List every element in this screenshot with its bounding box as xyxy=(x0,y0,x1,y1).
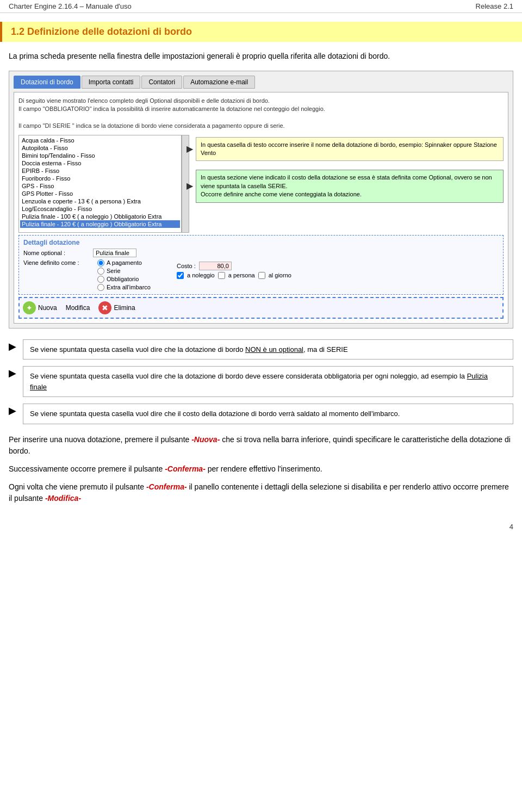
highlight-conferma-1: -Conferma- xyxy=(165,464,206,473)
list-item[interactable]: GPS Plotter - Fisso xyxy=(20,190,180,197)
tab-importa[interactable]: Importa contatti xyxy=(82,76,141,89)
cb-persona[interactable] xyxy=(218,272,225,279)
arrow-1: ▶ xyxy=(9,340,16,352)
intro-text: La prima scheda presente nella finestra … xyxy=(0,51,522,71)
panel-body: Di seguito viene mostrato l'elenco compl… xyxy=(14,92,508,324)
tabs-row: Dotazioni di bordo Importa contatti Cont… xyxy=(14,76,508,89)
list-item[interactable]: Lenzuola e coperte - 13 € ( a persona ) … xyxy=(20,197,180,205)
elimina-label: Elimina xyxy=(114,304,135,312)
radio-extra[interactable]: Extra all'imbarco xyxy=(97,284,151,291)
screenshot-container: Dotazioni di bordo Importa contatti Cont… xyxy=(9,71,513,328)
header-release: Release 2.1 xyxy=(476,2,513,10)
arrow-2: ▶ xyxy=(9,367,16,379)
callout-row-1: ▶ Se viene spuntata questa casella vuol … xyxy=(9,339,513,360)
section-title: Definizione delle dotazioni di bordo xyxy=(27,26,192,37)
radio-obbligatorio[interactable]: Obbligatorio xyxy=(97,276,151,283)
list-item[interactable]: Pulizia finale - 100 € ( a noleggio ) Ob… xyxy=(20,213,180,220)
equipment-list[interactable]: Acqua calda - Fisso Autopilota - Fisso B… xyxy=(18,135,182,233)
list-item[interactable]: Log/Ecoscandaglio - Fisso xyxy=(20,205,180,213)
nuova-icon: ✦ xyxy=(23,301,36,314)
cb-noleggio[interactable] xyxy=(177,272,184,279)
nome-value[interactable]: Pulizia finale xyxy=(93,249,136,257)
desc-line1: Di seguito viene mostrato l'elenco compl… xyxy=(18,97,504,105)
list-item[interactable]: Doccia esterna - Fisso xyxy=(20,159,180,167)
radio-extra-input[interactable] xyxy=(97,284,104,291)
highlight-conferma-2: -Conferma- xyxy=(146,482,187,491)
callout-row-2: ▶ Se viene spuntata questa casella vuol … xyxy=(9,366,513,397)
modifica-button[interactable]: Modifica xyxy=(66,304,90,312)
details-title: Dettagli dotazione xyxy=(23,239,499,246)
nome-label: Nome optional : xyxy=(23,250,89,256)
panel-description: Di seguito viene mostrato l'elenco compl… xyxy=(18,97,504,131)
list-item[interactable]: Acqua calda - Fisso xyxy=(20,137,180,144)
body-paragraph-3: Ogni volta che viene premuto il pulsante… xyxy=(0,478,522,507)
nome-row: Nome optional : Pulizia finale xyxy=(23,249,499,257)
details-section: Dettagli dotazione Nome optional : Puliz… xyxy=(18,235,504,295)
callout-text-2: Se viene spuntata questa casella vuol di… xyxy=(23,366,513,397)
cost-label: Costo : xyxy=(177,263,196,269)
callout-green-text: In questa sezione viene indicato il cost… xyxy=(201,174,492,197)
list-item[interactable]: GPS - Fisso xyxy=(20,182,180,190)
nuova-label: Nuova xyxy=(38,304,57,312)
cb-giorno[interactable] xyxy=(258,272,265,279)
elimina-button[interactable]: ✖ Elimina xyxy=(98,301,135,314)
list-item[interactable]: Autopilota - Fisso xyxy=(20,144,180,152)
desc-line3: Il campo "DI SERIE " indica se la dotazi… xyxy=(18,122,504,130)
tab-automazione[interactable]: Automazione e-mail xyxy=(183,76,255,89)
callout-top-text: In questa casella di testo occorre inser… xyxy=(201,141,497,156)
page-number: 4 xyxy=(0,518,522,535)
page-header: Charter Engine 2.16.4 – Manuale d'uso Re… xyxy=(0,0,522,13)
tab-dotazioni[interactable]: Dotazioni di bordo xyxy=(14,76,80,89)
nuova-button[interactable]: ✦ Nuova xyxy=(23,301,57,314)
list-item[interactable]: Bimini top/Tendalino - Fisso xyxy=(20,152,180,159)
body-paragraph-1: Per inserire una nuova dotazione, premer… xyxy=(0,431,522,460)
callout-text-1: Se viene spuntata questa casella vuol di… xyxy=(23,339,513,360)
desc-line2: Il campo "OBBLIGATORIO" indica la possib… xyxy=(18,105,504,113)
section-heading: 1.2 Definizione delle dotazioni di bordo xyxy=(0,22,522,42)
callout-text-3: Se viene spuntata questa casella vuol di… xyxy=(23,404,513,424)
section-number: 1.2 xyxy=(11,26,24,37)
body-paragraph-2: Successivamente occorre premere il pulsa… xyxy=(0,460,522,478)
radio-group: A pagamento Serie Obbligatorio Extra all… xyxy=(97,259,151,291)
highlight-modifica: -Modifica- xyxy=(45,494,81,503)
elimina-icon: ✖ xyxy=(98,301,111,314)
header-title: Charter Engine 2.16.4 – Manuale d'uso xyxy=(9,2,132,10)
list-item[interactable]: EPIRB - Fisso xyxy=(20,167,180,175)
modifica-label: Modifica xyxy=(66,304,90,312)
tab-contatori[interactable]: Contatori xyxy=(141,76,182,89)
list-item-selected[interactable]: Pulizia finale - 120 € ( a noleggio ) Ob… xyxy=(20,220,180,228)
list-item[interactable]: Fuoribordo - Fisso xyxy=(20,175,180,182)
callouts-below: ▶ Se viene spuntata questa casella vuol … xyxy=(9,339,513,424)
radio-serie-input[interactable] xyxy=(97,268,104,275)
radio-obbligatorio-input[interactable] xyxy=(97,276,104,283)
checkbox-row: a noleggio a persona al giorno xyxy=(177,272,291,279)
buttons-row: ✦ Nuova Modifica ✖ Elimina xyxy=(18,297,504,319)
radio-pagamento-input[interactable] xyxy=(97,259,104,266)
cost-value[interactable]: 80,0 xyxy=(199,262,232,270)
radio-pagamento[interactable]: A pagamento xyxy=(97,259,151,266)
highlight-nuova: -Nuova- xyxy=(191,435,220,444)
callout-row-3: ▶ Se viene spuntata questa casella vuol … xyxy=(9,404,513,424)
arrow-3: ▶ xyxy=(9,405,16,417)
cost-row: Costo : 80,0 xyxy=(177,262,291,270)
viene-label: Viene definito come : xyxy=(23,259,89,266)
radio-serie[interactable]: Serie xyxy=(97,268,151,275)
